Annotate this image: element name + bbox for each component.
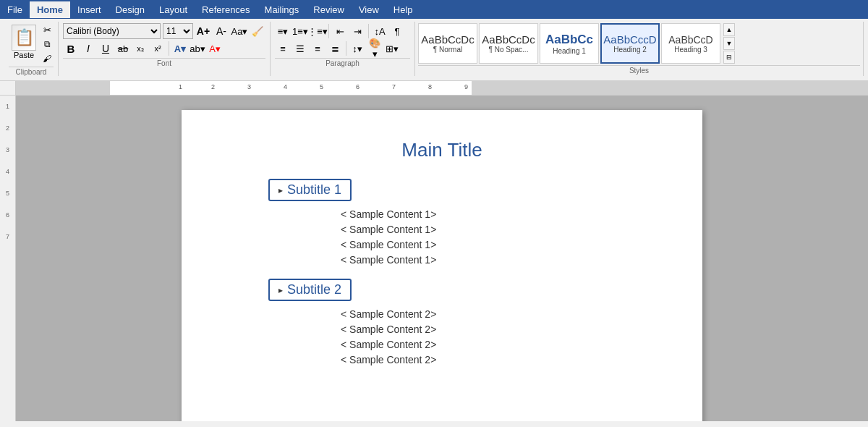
ruler: 1 2 3 4 5 6 7 8 9 xyxy=(16,81,868,96)
line-spacing-button[interactable]: ↕▾ xyxy=(349,41,365,56)
style-heading1-preview: AaBbCc xyxy=(545,33,593,47)
ruler-margin-left xyxy=(16,81,110,96)
clear-format-button[interactable]: 🧹 xyxy=(250,23,265,39)
collapse-arrow-1: ▸ xyxy=(278,185,283,195)
style-heading2-label: Heading 2 xyxy=(613,46,647,54)
subtitle-2-text: Subtitle 2 xyxy=(287,282,341,297)
content-1-3: < Sample Content 1> xyxy=(341,239,659,250)
content-1-1: < Sample Content 1> xyxy=(341,208,659,220)
shading-button[interactable]: 🎨▾ xyxy=(367,41,383,56)
menu-help[interactable]: Help xyxy=(386,1,420,18)
style-no-spacing-label: ¶ No Spac... xyxy=(489,46,529,54)
increase-indent-button[interactable]: ⇥ xyxy=(349,23,365,39)
vertical-ruler: 1 2 3 4 5 6 7 xyxy=(0,96,16,421)
style-heading1-label: Heading 1 xyxy=(553,47,586,55)
highlight-button[interactable]: ab▾ xyxy=(190,41,205,56)
subtitle-1-text: Subtitle 1 xyxy=(287,182,341,198)
justify-button[interactable]: ≣ xyxy=(327,41,343,56)
change-case-button[interactable]: Aa▾ xyxy=(231,23,247,39)
styles-scroll-down[interactable]: ▼ xyxy=(723,37,735,50)
menu-review[interactable]: Review xyxy=(306,1,352,18)
bold-button[interactable]: B xyxy=(63,41,79,56)
decrease-indent-button[interactable]: ⇤ xyxy=(332,23,348,39)
collapse-arrow-2: ▸ xyxy=(278,285,283,295)
ruler-container: 1 2 3 4 5 6 7 8 9 xyxy=(0,81,868,96)
paragraph-section-label: Paragraph xyxy=(275,58,410,67)
copy-button[interactable]: ⧉ xyxy=(41,38,54,51)
style-no-spacing-preview: AaBbCcDc xyxy=(482,33,535,46)
multilevel-button[interactable]: ⋮≡▾ xyxy=(310,23,326,39)
subtitle-1[interactable]: ▸ Subtitle 1 xyxy=(268,179,352,201)
cut-button[interactable]: ✂ xyxy=(41,23,54,36)
menu-references[interactable]: References xyxy=(195,1,257,18)
italic-button[interactable]: I xyxy=(80,41,96,56)
paste-button[interactable]: 📋 Paste xyxy=(9,23,39,65)
style-normal[interactable]: AaBbCcDc ¶ Normal xyxy=(418,23,477,64)
menu-file[interactable]: File xyxy=(0,1,30,18)
subscript-button[interactable]: x₂ xyxy=(132,41,148,56)
menu-mailings[interactable]: Mailings xyxy=(258,1,307,18)
section-2: ▸ Subtitle 2 < Sample Content 2> < Sampl… xyxy=(225,279,659,365)
section-1-content: < Sample Content 1> < Sample Content 1> … xyxy=(341,208,659,266)
content-2-4: < Sample Content 2> xyxy=(341,354,659,365)
font-section-label: Font xyxy=(63,58,265,67)
menu-insert[interactable]: Insert xyxy=(70,1,109,18)
menu-design[interactable]: Design xyxy=(109,1,152,18)
bullets-button[interactable]: ≡▾ xyxy=(275,23,291,39)
style-heading3-preview: AaBbCcD xyxy=(668,34,712,46)
clipboard-label: Clipboard xyxy=(9,67,54,76)
paste-label: Paste xyxy=(14,51,34,59)
menu-bar: File Home Insert Design Layout Reference… xyxy=(0,0,868,19)
page-wrapper: Main Title ▸ Subtitle 1 < Sample Content… xyxy=(16,96,868,421)
style-no-spacing[interactable]: AaBbCcDc ¶ No Spac... xyxy=(479,23,538,64)
sort-button[interactable]: ↕A xyxy=(372,23,388,39)
ribbon: 📋 Paste ✂ ⧉ 🖌 Clipboard Calibri (Body) 1… xyxy=(0,19,868,81)
border-button[interactable]: ⊞▾ xyxy=(384,41,400,56)
section-1: ▸ Subtitle 1 < Sample Content 1> < Sampl… xyxy=(225,179,659,266)
style-normal-preview: AaBbCcDc xyxy=(421,33,474,46)
superscript-button[interactable]: x² xyxy=(150,41,166,56)
align-left-button[interactable]: ≡ xyxy=(275,41,291,56)
main-title: Main Title xyxy=(225,139,659,161)
style-normal-label: ¶ Normal xyxy=(433,46,462,54)
content-2-1: < Sample Content 2> xyxy=(341,308,659,320)
align-center-button[interactable]: ☰ xyxy=(292,41,308,56)
underline-button[interactable]: U xyxy=(98,41,114,56)
menu-view[interactable]: View xyxy=(352,1,386,18)
content-1-2: < Sample Content 1> xyxy=(341,224,659,235)
strikethrough-button[interactable]: ab xyxy=(115,41,131,56)
styles-section-label: Styles xyxy=(418,65,860,75)
font-shrink-button[interactable]: A- xyxy=(213,23,229,39)
styles-scroll-up[interactable]: ▲ xyxy=(723,23,735,36)
font-size-select[interactable]: 11 xyxy=(163,23,193,39)
text-color-button[interactable]: A▾ xyxy=(172,41,188,56)
content-2-2: < Sample Content 2> xyxy=(341,324,659,335)
font-color-button[interactable]: A▾ xyxy=(207,41,223,56)
subtitle-2[interactable]: ▸ Subtitle 2 xyxy=(268,279,352,301)
show-marks-button[interactable]: ¶ xyxy=(389,23,405,39)
font-grow-button[interactable]: A+ xyxy=(195,23,211,39)
styles-expand[interactable]: ⊟ xyxy=(723,51,735,64)
menu-home[interactable]: Home xyxy=(30,1,70,18)
content-1-4: < Sample Content 1> xyxy=(341,254,659,266)
align-right-button[interactable]: ≡ xyxy=(310,41,326,56)
document-page: Main Title ▸ Subtitle 1 < Sample Content… xyxy=(182,110,702,421)
style-heading3-label: Heading 3 xyxy=(674,46,707,54)
menu-layout[interactable]: Layout xyxy=(152,1,195,18)
content-2-3: < Sample Content 2> xyxy=(341,339,659,350)
style-heading2-preview: AaBbCccD xyxy=(603,33,656,46)
style-heading2[interactable]: AaBbCccD Heading 2 xyxy=(600,23,660,64)
format-painter-button[interactable]: 🖌 xyxy=(41,52,54,65)
style-heading3[interactable]: AaBbCcD Heading 3 xyxy=(661,23,720,64)
font-name-select[interactable]: Calibri (Body) xyxy=(63,23,161,39)
style-heading1[interactable]: AaBbCc Heading 1 xyxy=(540,23,599,64)
section-2-content: < Sample Content 2> < Sample Content 2> … xyxy=(341,308,659,365)
numbering-button[interactable]: 1≡▾ xyxy=(292,23,308,39)
ruler-corner xyxy=(0,81,16,96)
